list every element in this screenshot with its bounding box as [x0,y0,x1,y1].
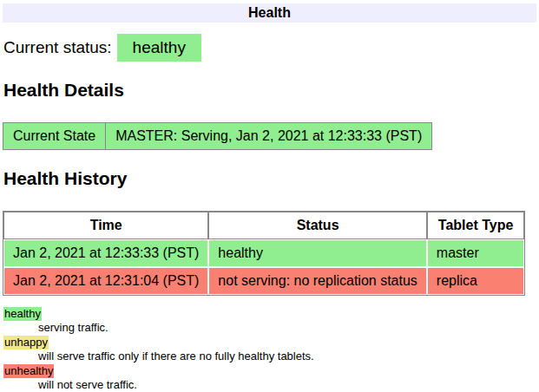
table-row: Jan 2, 2021 at 12:31:04 (PST) not servin… [3,267,524,295]
current-status-label: Current status: [3,38,112,56]
table-row: Jan 2, 2021 at 12:33:33 (PST) healthy ma… [3,239,524,267]
health-history-heading: Health History [3,168,536,189]
legend-term-unhealthy: unhealthy [3,364,54,378]
history-time-cell: Jan 2, 2021 at 12:31:04 (PST) [3,267,208,295]
current-status-badge: healthy [117,34,201,62]
legend-description-healthy: serving traffic. [38,321,536,335]
detail-label-cell: Current State [3,123,106,150]
detail-value-cell: MASTER: Serving, Jan 2, 2021 at 12:33:33… [106,123,432,150]
legend-description-unhealthy: will not serve traffic. [38,378,536,392]
health-details-table: Current State MASTER: Serving, Jan 2, 20… [3,122,432,150]
table-row: Current State MASTER: Serving, Jan 2, 20… [3,123,432,150]
column-header-tablet-type: Tablet Type [427,212,525,239]
history-tablet-type-cell: master [427,239,525,267]
column-header-status: Status [208,212,426,239]
page-title: Health [3,3,536,23]
legend-description-unhappy: will serve traffic only if there are no … [38,350,536,363]
history-tablet-type-cell: replica [427,267,525,295]
legend-term-healthy: healthy [3,307,42,321]
history-status-cell: healthy [208,239,426,267]
column-header-time: Time [3,212,208,239]
legend-term-row: unhealthy [3,364,536,378]
health-history-table: Time Status Tablet Type Jan 2, 2021 at 1… [3,211,525,296]
legend-term-row: healthy [3,307,536,321]
legend: healthy serving traffic. unhappy will se… [3,307,536,392]
legend-term-row: unhappy [3,336,536,350]
current-status-line: Current status:healthy [3,34,536,62]
history-time-cell: Jan 2, 2021 at 12:33:33 (PST) [3,239,208,267]
legend-term-unhappy: unhappy [3,336,49,350]
table-header-row: Time Status Tablet Type [3,212,524,239]
history-status-cell: not serving: no replication status [208,267,426,295]
health-details-heading: Health Details [3,80,536,101]
